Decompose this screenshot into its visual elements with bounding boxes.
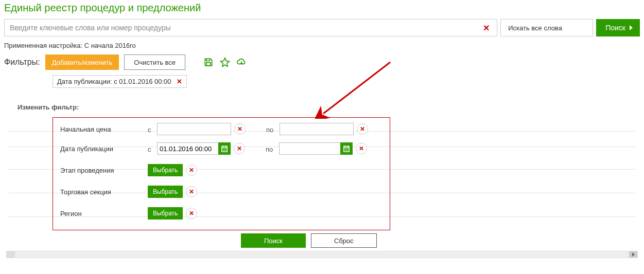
price-to-prefix: по xyxy=(266,125,280,134)
svg-point-10 xyxy=(347,149,349,150)
stage-select-button[interactable]: Выбрать xyxy=(148,164,183,176)
search-button[interactable]: Поиск xyxy=(596,19,640,36)
svg-point-7 xyxy=(225,150,227,151)
section-select-button[interactable]: Выбрать xyxy=(148,186,183,198)
pubdate-to-input[interactable] xyxy=(279,142,341,155)
svg-rect-0 xyxy=(206,63,211,66)
svg-point-2 xyxy=(223,149,224,150)
svg-point-3 xyxy=(224,149,225,150)
svg-point-12 xyxy=(346,150,347,151)
svg-point-6 xyxy=(224,150,225,151)
price-row: Начальная цена с ✕ по ✕ xyxy=(60,122,382,136)
remove-tag-icon[interactable]: ✕ xyxy=(177,78,182,85)
clear-price-to-icon[interactable]: ✕ xyxy=(357,123,368,135)
clear-price-from-icon[interactable]: ✕ xyxy=(234,123,246,135)
pubdate-from-prefix: с xyxy=(148,144,157,153)
clear-all-button[interactable]: Очистить все xyxy=(124,54,185,70)
clear-pubdate-from-icon[interactable]: ✕ xyxy=(234,143,245,154)
search-bar: ✕ Искать все слова Поиск xyxy=(4,19,640,36)
clear-section-icon[interactable]: ✕ xyxy=(186,186,197,197)
chevron-right-icon xyxy=(630,25,633,30)
stage-row: Этап проведения Выбрать ✕ xyxy=(60,163,382,177)
filter-search-button[interactable]: Поиск xyxy=(241,233,306,248)
pubdate-row: Дата публикации с ✕ по ✕ xyxy=(60,141,382,156)
pubdate-to-prefix: по xyxy=(266,144,279,153)
filter-reset-button[interactable]: Сброс xyxy=(311,233,377,248)
clear-stage-icon[interactable]: ✕ xyxy=(186,165,197,176)
pubdate-from-input[interactable] xyxy=(157,142,219,155)
filter-form-box: Начальная цена с ✕ по ✕ Дата публикации … xyxy=(53,117,390,230)
search-button-label: Поиск xyxy=(605,24,625,32)
clear-pubdate-to-icon[interactable]: ✕ xyxy=(356,143,367,154)
svg-point-4 xyxy=(225,149,227,150)
search-mode-dropdown[interactable]: Искать все слова xyxy=(500,19,593,36)
price-to-input[interactable] xyxy=(280,123,354,135)
clear-region-icon[interactable]: ✕ xyxy=(186,208,197,219)
scroll-right-button[interactable] xyxy=(629,251,637,258)
stage-label: Этап проведения xyxy=(60,167,148,174)
star-icon[interactable] xyxy=(219,57,231,68)
svg-point-8 xyxy=(345,149,346,150)
region-select-button[interactable]: Выбрать xyxy=(148,207,183,220)
cloud-download-icon[interactable] xyxy=(236,57,247,68)
add-edit-filter-button[interactable]: Добавить/изменить xyxy=(45,54,119,70)
active-filter-tag: Дата публикации: с 01.01.2016 00:00 ✕ xyxy=(53,75,187,88)
filter-actions: Поиск Сброс xyxy=(241,233,640,248)
calendar-to-icon[interactable] xyxy=(340,142,353,155)
filter-panel-title: Изменить фильтр: xyxy=(18,103,640,111)
horizontal-scrollbar[interactable] xyxy=(6,251,638,258)
section-row: Торговая секция Выбрать ✕ xyxy=(60,185,382,199)
svg-point-13 xyxy=(347,150,349,151)
page-title: Единый реестр процедур и предложений xyxy=(4,2,640,14)
region-row: Регион Выбрать ✕ xyxy=(60,206,382,221)
region-label: Регион xyxy=(60,210,148,217)
search-input[interactable] xyxy=(9,23,480,32)
save-icon[interactable] xyxy=(203,57,214,68)
pubdate-label: Дата публикации xyxy=(60,145,148,153)
section-label: Торговая секция xyxy=(60,188,148,196)
price-label: Начальная цена xyxy=(60,125,148,133)
svg-point-11 xyxy=(345,150,346,151)
svg-point-9 xyxy=(346,149,347,150)
filter-tag-text: Дата публикации: с 01.01.2016 00:00 xyxy=(57,78,171,85)
clear-search-icon[interactable]: ✕ xyxy=(480,23,493,33)
filters-label: Фильтры: xyxy=(4,58,40,67)
applied-settings-note: Примененная настройка: С начала 2016го xyxy=(4,42,640,49)
calendar-from-icon[interactable] xyxy=(218,142,231,155)
filters-toolbar: Фильтры: Добавить/изменить Очистить все xyxy=(4,54,640,70)
search-input-wrap: ✕ xyxy=(4,19,497,36)
price-from-prefix: с xyxy=(148,125,157,134)
price-from-input[interactable] xyxy=(157,123,231,135)
svg-point-5 xyxy=(223,150,224,151)
scroll-left-button[interactable] xyxy=(7,251,15,258)
